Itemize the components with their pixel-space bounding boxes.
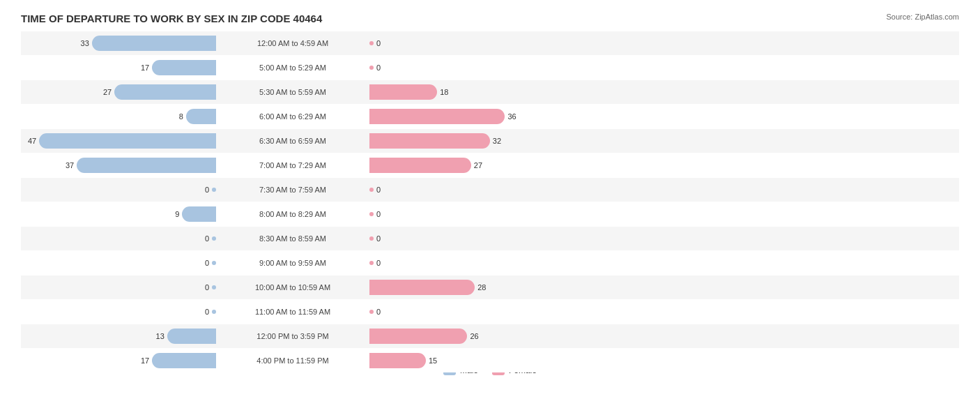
time-label: 12:00 AM to 4:59 AM: [216, 39, 369, 47]
male-bar-container: 0: [21, 178, 216, 202]
female-zero-dot: [369, 310, 374, 314]
male-bar-container: 37: [21, 153, 216, 177]
male-value: 27: [103, 88, 112, 96]
time-label: 11:00 AM to 11:59 AM: [216, 308, 369, 316]
female-zero-dot: [369, 188, 374, 192]
time-label: 8:30 AM to 8:59 AM: [216, 234, 369, 243]
chart-title: TIME OF DEPARTURE TO WORK BY SEX IN ZIP …: [21, 13, 959, 24]
male-bar-container: 27: [21, 80, 216, 104]
male-zero-dot: [212, 261, 216, 265]
female-bar-container: 18: [369, 80, 565, 104]
female-value: 18: [440, 88, 448, 96]
female-value: 32: [493, 137, 501, 145]
female-bar: 36: [369, 109, 505, 124]
male-bar: 27: [114, 84, 216, 100]
male-bar: 37: [77, 158, 216, 173]
female-value: 0: [376, 186, 381, 194]
female-zero-dot: [369, 66, 374, 70]
chart-row: 175:00 AM to 5:29 AM0: [21, 56, 959, 80]
male-bar-container: 9: [21, 202, 216, 226]
time-label: 5:30 AM to 5:59 AM: [216, 88, 369, 96]
time-label: 6:30 AM to 6:59 AM: [216, 137, 369, 145]
time-label: 9:00 AM to 9:59 AM: [216, 259, 369, 267]
male-value: 17: [141, 63, 149, 72]
female-zero-dot: [369, 212, 374, 216]
time-label: 8:00 AM to 8:29 AM: [216, 210, 369, 218]
male-zero-dot: [212, 188, 216, 192]
male-bar-container: 8: [21, 105, 216, 128]
chart-row: 3312:00 AM to 4:59 AM0: [21, 31, 959, 55]
male-value: 8: [179, 112, 183, 121]
chart-row: 011:00 AM to 11:59 AM0: [21, 300, 959, 324]
female-value: 0: [376, 234, 381, 243]
female-bar-container: 27: [369, 153, 565, 177]
female-bar-container: 26: [369, 324, 565, 348]
male-bar-container: 0: [21, 251, 216, 275]
male-bar-container: 13: [21, 324, 216, 348]
female-value: 15: [429, 356, 437, 365]
time-label: 7:00 AM to 7:29 AM: [216, 161, 369, 169]
male-value: 0: [205, 308, 209, 316]
female-bar-container: 0: [369, 178, 565, 202]
female-bar-container: 28: [369, 276, 565, 299]
male-value: 9: [175, 210, 179, 218]
male-value: 33: [81, 39, 89, 47]
male-zero-dot: [212, 310, 216, 314]
female-bar-container: 0: [369, 202, 565, 226]
female-bar: 27: [369, 158, 471, 173]
chart-row: 476:30 AM to 6:59 AM32: [21, 129, 959, 153]
source-label: Source: ZipAtlas.com: [886, 13, 959, 21]
female-value: 0: [376, 39, 381, 47]
male-value: 13: [156, 332, 164, 340]
chart-row: 07:30 AM to 7:59 AM0: [21, 178, 959, 202]
male-bar-container: 47: [21, 129, 216, 153]
chart-container: TIME OF DEPARTURE TO WORK BY SEX IN ZIP …: [0, 0, 980, 415]
time-label: 5:00 AM to 5:29 AM: [216, 63, 369, 72]
chart-row: 09:00 AM to 9:59 AM0: [21, 251, 959, 275]
female-value: 36: [507, 112, 516, 121]
chart-row: 1312:00 PM to 3:59 PM26: [21, 324, 959, 348]
female-value: 0: [376, 210, 381, 218]
time-label: 7:30 AM to 7:59 AM: [216, 186, 369, 194]
female-value: 0: [376, 259, 381, 267]
male-bar-container: 33: [21, 31, 216, 55]
female-value: 26: [470, 332, 478, 340]
female-bar-container: 32: [369, 129, 565, 153]
male-bar: 17: [152, 353, 216, 368]
chart-row: 86:00 AM to 6:29 AM36: [21, 105, 959, 128]
male-value: 0: [205, 186, 209, 194]
male-bar-container: 17: [21, 349, 216, 372]
female-bar: 26: [369, 329, 467, 344]
male-bar: 13: [167, 329, 216, 344]
male-bar: 47: [39, 133, 216, 149]
female-value: 27: [474, 161, 482, 169]
female-bar-container: 0: [369, 56, 565, 80]
female-bar: 18: [369, 84, 437, 100]
female-bar-container: 0: [369, 227, 565, 250]
chart-row: 275:30 AM to 5:59 AM18: [21, 80, 959, 104]
male-bar-container: 0: [21, 227, 216, 250]
female-zero-dot: [369, 261, 374, 265]
male-value: 0: [205, 259, 209, 267]
female-value: 28: [477, 283, 486, 292]
chart-row: 174:00 PM to 11:59 PM15: [21, 349, 959, 372]
time-label: 4:00 PM to 11:59 PM: [216, 356, 369, 365]
female-bar-container: 0: [369, 31, 565, 55]
male-value: 37: [66, 161, 74, 169]
male-bar-container: 0: [21, 300, 216, 324]
male-value: 0: [205, 234, 209, 243]
male-bar-container: 17: [21, 56, 216, 80]
male-bar: 33: [92, 36, 216, 51]
female-bar: 32: [369, 133, 490, 149]
female-bar: 15: [369, 353, 426, 368]
male-value: 47: [28, 137, 36, 145]
female-bar-container: 0: [369, 300, 565, 324]
male-value: 17: [141, 356, 149, 365]
male-bar: 8: [186, 109, 216, 124]
time-label: 6:00 AM to 6:29 AM: [216, 112, 369, 121]
male-bar: 9: [182, 206, 216, 222]
male-bar: 17: [152, 60, 216, 75]
female-bar: 28: [369, 280, 475, 295]
female-value: 0: [376, 63, 381, 72]
female-value: 0: [376, 308, 381, 316]
